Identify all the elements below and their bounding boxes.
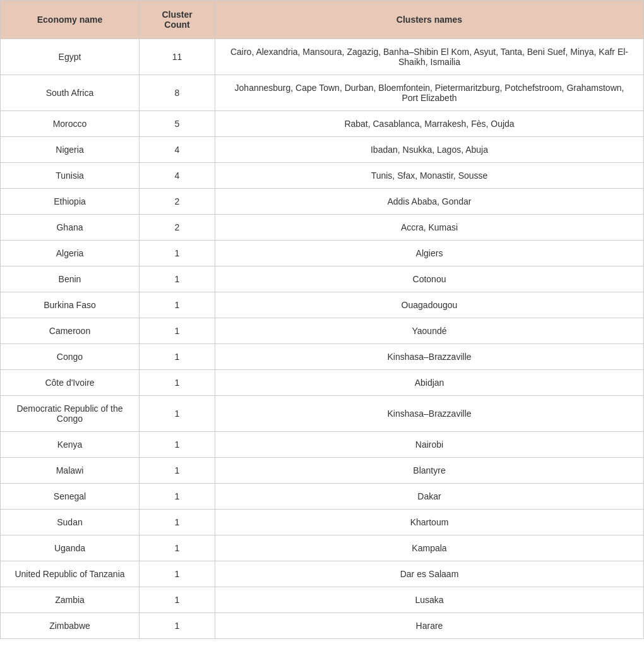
table-row: Burkina Faso1Ouagadougou [1,292,644,318]
economy-name-cell: United Republic of Tanzania [1,561,140,587]
economy-name-cell: Congo [1,344,140,370]
cluster-count-cell: 1 [140,561,215,587]
table-row: Tunisia4Tunis, Sfax, Monastir, Sousse [1,163,644,189]
clusters-names-cell: Kinshasa–Brazzaville [215,344,644,370]
table-row: Egypt11Cairo, Alexandria, Mansoura, Zaga… [1,39,644,75]
cluster-count-cell: 2 [140,189,215,215]
cluster-count-cell: 4 [140,137,215,163]
header-clusters-names: Clusters names [215,1,644,39]
clusters-names-cell: Addis Ababa, Gondar [215,189,644,215]
table-row: Cameroon1Yaoundé [1,318,644,344]
cluster-count-cell: 1 [140,292,215,318]
table-row: Morocco5Rabat, Casablanca, Marrakesh, Fè… [1,111,644,137]
cluster-count-cell: 1 [140,484,215,510]
table-row: Algeria1Algiers [1,241,644,266]
clusters-names-cell: Algiers [215,241,644,266]
table-row: Congo1Kinshasa–Brazzaville [1,344,644,370]
cluster-count-cell: 5 [140,111,215,137]
clusters-names-cell: Ibadan, Nsukka, Lagos, Abuja [215,137,644,163]
economy-name-cell: Ethiopia [1,189,140,215]
cluster-count-cell: 8 [140,75,215,111]
clusters-names-cell: Rabat, Casablanca, Marrakesh, Fès, Oujda [215,111,644,137]
cluster-count-cell: 1 [140,432,215,458]
clusters-names-cell: Abidjan [215,370,644,396]
clusters-names-cell: Yaoundé [215,318,644,344]
economy-name-cell: Benin [1,266,140,292]
economy-name-cell: Zimbabwe [1,613,140,639]
table-row: Kenya1Nairobi [1,432,644,458]
cluster-count-cell: 11 [140,39,215,75]
table-row: Nigeria4Ibadan, Nsukka, Lagos, Abuja [1,137,644,163]
economy-name-cell: Zambia [1,587,140,613]
cluster-count-cell: 1 [140,510,215,535]
economy-name-cell: Burkina Faso [1,292,140,318]
cluster-count-cell: 1 [140,535,215,561]
economy-name-cell: Tunisia [1,163,140,189]
table-row: Côte d'Ivoire1Abidjan [1,370,644,396]
clusters-names-cell: Tunis, Sfax, Monastir, Sousse [215,163,644,189]
main-table: Economy name Cluster Count Clusters name… [0,0,644,639]
clusters-names-cell: Kinshasa–Brazzaville [215,396,644,432]
economy-name-cell: Nigeria [1,137,140,163]
table-row: Uganda1Kampala [1,535,644,561]
table-row: South Africa8Johannesburg, Cape Town, Du… [1,75,644,111]
economy-name-cell: Senegal [1,484,140,510]
economy-name-cell: Ghana [1,215,140,241]
economy-name-cell: Uganda [1,535,140,561]
economy-name-cell: Malawi [1,458,140,484]
clusters-names-cell: Cairo, Alexandria, Mansoura, Zagazig, Ba… [215,39,644,75]
table-header-row: Economy name Cluster Count Clusters name… [1,1,644,39]
cluster-count-cell: 1 [140,241,215,266]
clusters-names-cell: Nairobi [215,432,644,458]
table-row: Zambia1Lusaka [1,587,644,613]
header-cluster-count: Cluster Count [140,1,215,39]
table-row: Malawi1Blantyre [1,458,644,484]
table-row: Zimbabwe1Harare [1,613,644,639]
clusters-names-cell: Cotonou [215,266,644,292]
table-row: Sudan1Khartoum [1,510,644,535]
table-row: Ethiopia2Addis Ababa, Gondar [1,189,644,215]
clusters-names-cell: Ouagadougou [215,292,644,318]
header-economy-name: Economy name [1,1,140,39]
cluster-count-cell: 1 [140,613,215,639]
clusters-names-cell: Khartoum [215,510,644,535]
cluster-count-cell: 1 [140,587,215,613]
clusters-names-cell: Dar es Salaam [215,561,644,587]
cluster-count-cell: 2 [140,215,215,241]
cluster-count-cell: 1 [140,458,215,484]
clusters-names-cell: Dakar [215,484,644,510]
economy-name-cell: Morocco [1,111,140,137]
table-row: Democratic Republic of the Congo1Kinshas… [1,396,644,432]
economy-name-cell: Cameroon [1,318,140,344]
cluster-count-cell: 1 [140,266,215,292]
economy-name-cell: Algeria [1,241,140,266]
table-row: Ghana2Accra, Kumasi [1,215,644,241]
clusters-names-cell: Blantyre [215,458,644,484]
economy-name-cell: Egypt [1,39,140,75]
clusters-names-cell: Kampala [215,535,644,561]
economy-name-cell: Kenya [1,432,140,458]
clusters-names-cell: Harare [215,613,644,639]
economy-name-cell: Democratic Republic of the Congo [1,396,140,432]
economy-name-cell: Sudan [1,510,140,535]
clusters-names-cell: Lusaka [215,587,644,613]
table-row: Benin1Cotonou [1,266,644,292]
economy-name-cell: South Africa [1,75,140,111]
cluster-count-cell: 1 [140,370,215,396]
clusters-names-cell: Johannesburg, Cape Town, Durban, Bloemfo… [215,75,644,111]
cluster-count-cell: 1 [140,318,215,344]
cluster-count-cell: 1 [140,344,215,370]
table-row: United Republic of Tanzania1Dar es Salaa… [1,561,644,587]
table-row: Senegal1Dakar [1,484,644,510]
cluster-count-cell: 4 [140,163,215,189]
clusters-names-cell: Accra, Kumasi [215,215,644,241]
economy-name-cell: Côte d'Ivoire [1,370,140,396]
cluster-count-cell: 1 [140,396,215,432]
